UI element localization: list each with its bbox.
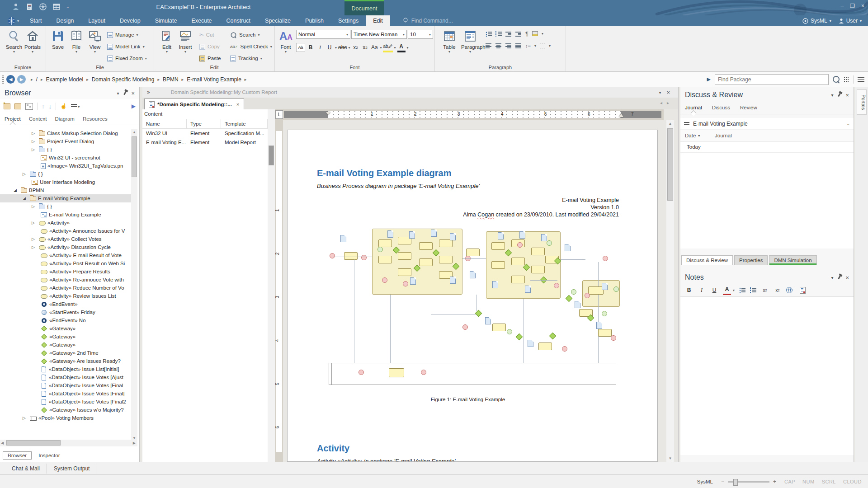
tree-vertical-scrollbar[interactable]: ▲ ▼ (131, 129, 137, 441)
search-button[interactable]: Search▾ (5, 29, 23, 54)
tree-item-gateway[interactable]: «Gateway» (0, 341, 131, 349)
ribbon-tab-start[interactable]: Start (23, 15, 49, 26)
discuss-tab-journal[interactable]: Journal (685, 105, 702, 110)
ribbon-tab-publish[interactable]: Publish (298, 15, 331, 26)
browser-options-icon[interactable]: ▾ (71, 103, 80, 109)
breadcrumb-item-domain-specific-modeling[interactable]: Domain Specific Modeling (92, 76, 155, 83)
expand-arrow-icon[interactable]: ▶ (707, 76, 711, 82)
tree-item-gateway[interactable]: «Gateway» (0, 333, 131, 341)
restore-button[interactable]: ❒ (850, 3, 855, 9)
browser-bottom-tab-inspector[interactable]: Inspector (33, 451, 65, 460)
breadcrumb-item-e-mail-voting-example[interactable]: E-mail Voting Example (187, 76, 241, 83)
cut-button[interactable]: ✂Cut (199, 30, 227, 40)
zoom-slider[interactable] (728, 481, 769, 483)
tree-item-win32-ui-screenshot[interactable]: Win32 UI - screenshot (0, 154, 131, 162)
new-package-icon[interactable] (4, 103, 10, 109)
move-down-icon[interactable]: ↓ (49, 103, 52, 110)
browser-menu-caret-icon[interactable]: ▾ (117, 91, 119, 96)
move-up-icon[interactable]: ↑ (42, 103, 45, 110)
content-pane-scrollbar[interactable] (268, 109, 275, 462)
active-document-tab[interactable]: *Domain Specific Modeling::... × (144, 99, 244, 110)
tree-item-activity[interactable]: ▷«Activity» (0, 219, 131, 227)
minimize-button[interactable]: – (841, 3, 844, 9)
tree-item-activity-review-issues-list[interactable]: «Activity» Review Issues List (0, 292, 131, 300)
tree-item-class-markup-selection-dialog[interactable]: ▷Class Markup Selection Dialog (0, 129, 131, 137)
perspective-selector[interactable]: SysML▾ (802, 18, 831, 24)
new-diagram-icon[interactable] (25, 103, 33, 110)
tree-item-dataobject-issue-votes-final2[interactable]: «DataObject» Issue Votes [Final2 (0, 398, 131, 406)
align-left-button[interactable] (486, 43, 492, 48)
browser-tab-diagram[interactable]: Diagram (55, 116, 74, 122)
navigate-forward-button[interactable]: ▶ (17, 75, 26, 84)
superscript-button[interactable]: x2 (361, 43, 369, 52)
font-size-select[interactable]: 10▾ (408, 30, 433, 39)
dock-tab-chat-mail[interactable]: Chat & Mail (5, 464, 47, 474)
tree-item-e-mail-voting-example[interactable]: E-mail Voting Example (0, 211, 131, 219)
tree-item-[interactable]: ▷{ } (0, 202, 131, 211)
journal-group-row[interactable]: Today (680, 141, 854, 153)
notes-numbered-list-button[interactable] (750, 287, 756, 293)
borders-caret-icon[interactable]: ▾ (549, 44, 551, 48)
locate-icon[interactable]: ☝ (60, 103, 67, 109)
column-header-name[interactable]: Name (142, 119, 187, 128)
ribbon-tab-specialize[interactable]: Specialize (258, 15, 298, 26)
status-perspective[interactable]: SysML (697, 479, 713, 484)
notes-menu-caret-icon[interactable]: ▾ (831, 275, 833, 280)
table-row[interactable]: E-mail Voting E...ElementModel Report (142, 138, 268, 147)
expand-collapsed-icon[interactable]: ▷ (32, 237, 39, 241)
user-figure-icon[interactable] (12, 3, 20, 11)
dock-tab-discuss-review[interactable]: Discuss & Review (681, 255, 733, 265)
discuss-tab-discuss[interactable]: Discuss (712, 105, 730, 110)
font-family-select[interactable]: Times New Roman▾ (351, 30, 407, 39)
italic-button[interactable]: I (316, 43, 324, 52)
highlight-caret-icon[interactable]: ▾ (394, 46, 396, 50)
ribbon-tab-edit[interactable]: Edit (366, 15, 390, 26)
notes-bold-button[interactable]: B (685, 286, 693, 294)
clear-formatting-button[interactable]: A̸a (296, 43, 305, 52)
column-header-template[interactable]: Template (221, 119, 268, 128)
right-indent-marker-icon[interactable] (619, 113, 623, 117)
notes-font-color-caret-icon[interactable]: ▾ (733, 288, 735, 292)
breadcrumb-item-bpmn[interactable]: BPMN (163, 76, 179, 83)
notes-superscript-button[interactable]: x2 (761, 286, 769, 294)
group-menu-caret-icon[interactable]: ▾ (659, 90, 661, 95)
indent-marker-icon[interactable] (326, 112, 330, 115)
tree-item-dataobject-issue-votes-ajust[interactable]: «DataObject» Issue Votes [Ajust (0, 373, 131, 381)
document-tab-close-icon[interactable]: × (236, 102, 240, 107)
find-package-search-icon[interactable] (833, 76, 840, 83)
expand-expanded-icon[interactable]: ◢ (14, 188, 21, 192)
expand-collapsed-icon[interactable]: ▷ (32, 245, 39, 249)
ribbon-tab-layout[interactable]: Layout (81, 15, 113, 26)
expand-collapsed-icon[interactable]: ▷ (32, 139, 39, 144)
zoom-out-button[interactable]: − (721, 479, 724, 485)
find-package-input[interactable] (715, 74, 829, 85)
tree-item-[interactable]: ▷{ } (0, 145, 131, 154)
tree-item-dataobject-issue-votes-final[interactable]: «DataObject» Issue Votes [Final] (0, 389, 131, 398)
expand-collapsed-icon[interactable]: ▷ (23, 172, 30, 176)
paragraph-style-select[interactable]: Normal▾ (296, 30, 350, 39)
paragraph-button[interactable]: Paragraph▾ (461, 29, 479, 54)
numbered-list-button[interactable] (495, 31, 502, 37)
qat-dropdown-caret-icon[interactable]: ⌄ (66, 5, 70, 9)
discuss-menu-caret-icon[interactable]: ▾ (831, 93, 833, 98)
line-spacing-caret-icon[interactable]: ▾ (534, 44, 536, 48)
column-header-type[interactable]: Type (187, 119, 221, 128)
tree-item-dataobject-issue-votes-final[interactable]: «DataObject» Issue Votes [Final (0, 381, 131, 389)
align-right-button[interactable] (505, 43, 512, 48)
underline-button[interactable]: U (326, 43, 334, 52)
document-page[interactable]: E-mail Voting Example diagram Business P… (287, 130, 658, 462)
highlight-button[interactable]: ab🖉 (383, 42, 392, 52)
tree-item-user-interface-modeling[interactable]: User Interface Modeling (0, 178, 131, 186)
tree-item-dataobject-issue-list-initial[interactable]: «DataObject» Issue List[Initial] (0, 365, 131, 373)
tree-item-activity-announce-issues-for-v[interactable]: «Activity» Announce Issues for V (0, 227, 131, 235)
expand-expanded-icon[interactable]: ◢ (23, 196, 30, 201)
fixed-zoom-button[interactable]: Fixed Zoom▾ (107, 53, 152, 63)
notes-font-color-button[interactable]: A (723, 286, 731, 295)
tree-item-startevent-friday[interactable]: «StartEvent» Friday (0, 308, 131, 316)
search-menu-button[interactable]: Search▾ (230, 30, 273, 40)
journal-empty-area[interactable] (680, 153, 854, 249)
discuss-tab-review[interactable]: Review (740, 105, 757, 110)
tree-item-gateway[interactable]: «Gateway» (0, 324, 131, 333)
tree-item-activity-prepare-results[interactable]: «Activity» Prepare Results (0, 267, 131, 276)
ribbon-tab-simulate[interactable]: Simulate (148, 15, 184, 26)
